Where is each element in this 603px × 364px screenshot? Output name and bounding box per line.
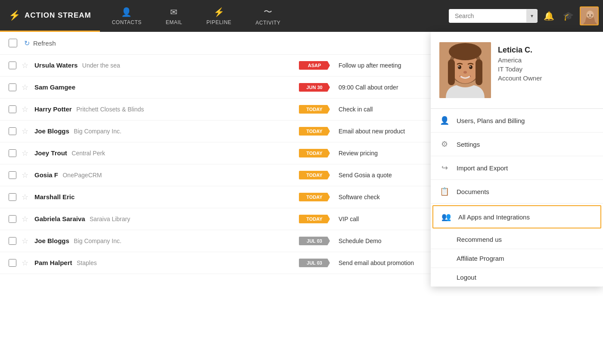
star-icon[interactable]: ☆ [22,258,28,268]
nav-item-pipeline[interactable]: ⚡ PIPELINE [194,0,243,32]
profile-role: Account Owner [498,74,542,82]
dropdown-item-affiliate-program[interactable]: Affiliate Program [431,249,603,268]
nav-item-email[interactable]: ✉ EMAIL [154,0,195,32]
star-icon[interactable]: ☆ [22,105,28,114]
dropdown-item-users-plans-billing[interactable]: 👤 Users, Plans and Billing [431,109,603,133]
star-icon[interactable]: ☆ [22,214,28,224]
priority-badge: JUL 03 [299,259,330,267]
settings-label: Settings [457,141,480,148]
priority-badge: TODAY [299,127,330,136]
contact-company: Central Perk [71,150,105,157]
dropdown-item-logout[interactable]: Logout [431,268,603,287]
priority-badge: TODAY [299,171,330,179]
contact-name[interactable]: Sam Gamgee [34,83,75,91]
star-icon[interactable]: ☆ [22,192,28,202]
apps-integrations-label: All Apps and Integrations [458,213,530,221]
contact-name[interactable]: Ursula Waters [34,62,78,69]
priority-badge: TODAY [299,193,330,201]
contact-info: Gabriela Saraiva Saraiva Library [34,215,290,223]
settings-icon: ⚙ [439,139,450,149]
contact-name[interactable]: Pam Halpert [34,259,72,266]
star-icon[interactable]: ☆ [22,61,28,70]
star-icon[interactable]: ☆ [22,126,28,136]
row-checkbox[interactable] [9,215,16,223]
lightning-icon: ⚡ [9,10,20,21]
row-checkbox[interactable] [9,105,16,113]
row-checkbox[interactable] [9,62,16,69]
row-checkbox[interactable] [9,149,16,157]
refresh-icon: ↻ [24,39,30,47]
contact-company: Under the sea [82,62,120,69]
contact-info: Harry Potter Pritchett Closets & Blinds [34,105,290,113]
brand-name: ACTION STREAM [25,11,91,20]
top-navigation: ⚡ ACTION STREAM 👤 CONTACTS ✉ EMAIL ⚡ PIP… [0,0,603,32]
contact-name[interactable]: Joey Trout [34,149,67,157]
svg-point-15 [469,66,471,67]
row-checkbox[interactable] [9,259,16,267]
row-checkbox[interactable] [9,83,16,91]
contact-info: Marshall Eric [34,193,290,201]
contact-name[interactable]: Gabriela Saraiva [34,215,85,222]
row-checkbox[interactable] [9,171,16,179]
refresh-button[interactable]: ↻ Refresh [24,39,56,47]
contact-name[interactable]: Marshall Eric [34,193,75,201]
help-button[interactable]: 🎓 [560,8,576,24]
badge-area: TODAY [299,149,330,157]
dropdown-item-settings[interactable]: ⚙ Settings [431,133,603,156]
users-plans-label: Users, Plans and Billing [457,117,525,124]
badge-area: TODAY [299,127,330,136]
contact-info: Joey Trout Central Perk [34,149,290,157]
nav-item-activity[interactable]: 〜 ACTIVITY [243,0,292,32]
nav-item-contacts[interactable]: 👤 CONTACTS [100,0,154,32]
contact-name[interactable]: Harry Potter [34,105,72,113]
profile-company: IT Today [498,65,542,73]
search-input[interactable] [449,9,526,23]
badge-area: ASAP [299,61,330,70]
svg-point-4 [588,15,589,16]
brand-logo[interactable]: ⚡ ACTION STREAM [0,0,100,32]
star-icon[interactable]: ☆ [22,83,28,92]
svg-point-12 [458,65,461,69]
import-export-icon: ↪ [439,163,450,173]
contact-info: Joe Bloggs Big Company Inc. [34,237,290,245]
contact-name[interactable]: Joe Bloggs [34,237,69,244]
contact-name[interactable]: Gosia F [34,171,58,179]
priority-badge: TODAY [299,105,330,114]
contact-name[interactable]: Joe Bloggs [34,127,69,135]
notifications-button[interactable]: 🔔 [541,8,557,24]
profile-info: Leticia C. America IT Today Account Owne… [498,42,542,82]
profile-location: America [498,56,542,64]
star-icon[interactable]: ☆ [22,148,28,158]
user-avatar-button[interactable] [580,6,599,25]
row-checkbox[interactable] [9,237,16,245]
row-checkbox[interactable] [9,127,16,135]
profile-avatar-image [439,42,491,98]
badge-area: JUL 03 [299,237,330,245]
contact-company: Saraiva Library [90,216,130,222]
contacts-icon: 👤 [121,7,132,17]
svg-point-16 [463,71,467,74]
dropdown-item-recommend-us[interactable]: Recommend us [431,230,603,249]
main-content: ↻ Refresh ☆ Ursula Waters Under the sea … [0,32,603,364]
avatar-image [581,7,599,25]
nav-right: ▾ 🔔 🎓 [449,6,603,25]
dropdown-item-all-apps-integrations[interactable]: 👥 All Apps and Integrations [432,205,601,228]
email-label: EMAIL [166,19,183,25]
star-icon[interactable]: ☆ [22,236,28,246]
row-checkbox[interactable] [9,193,16,201]
import-export-label: Import and Export [457,164,508,172]
logout-label: Logout [457,274,476,281]
select-all-checkbox[interactable] [9,39,17,47]
user-dropdown-menu: Leticia C. America IT Today Account Owne… [431,32,603,287]
dropdown-item-import-export[interactable]: ↪ Import and Export [431,156,603,180]
search-dropdown-button[interactable]: ▾ [526,9,538,22]
profile-name: Leticia C. [498,46,542,55]
contact-info: Ursula Waters Under the sea [34,62,290,69]
contact-company: OnePageCRM [62,172,102,179]
users-plans-icon: 👤 [439,116,450,125]
activity-label: ACTIVITY [255,20,280,26]
badge-area: TODAY [299,193,330,201]
star-icon[interactable]: ☆ [22,170,28,180]
dropdown-item-documents[interactable]: 📋 Documents [431,180,603,204]
contacts-label: CONTACTS [112,19,142,25]
